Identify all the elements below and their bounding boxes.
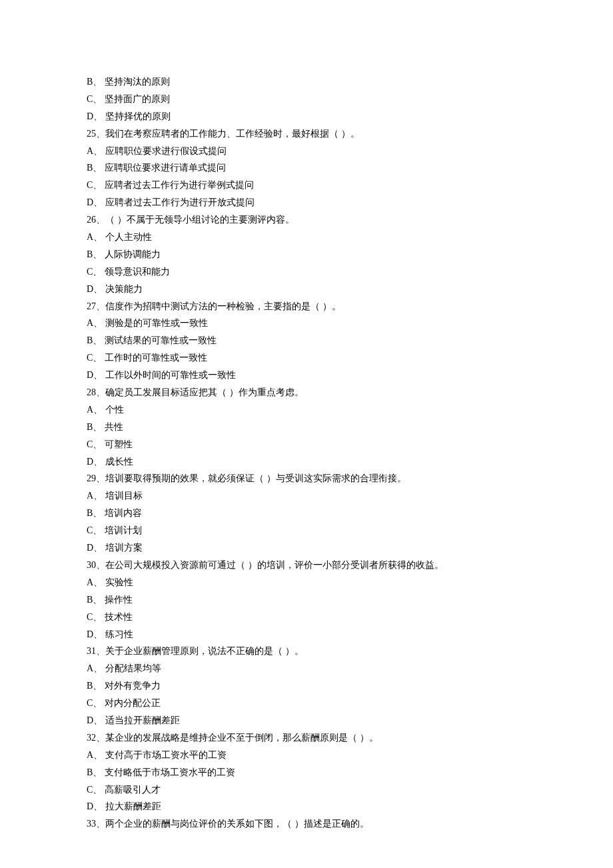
option-text: C、 应聘者过去工作行为进行举例式提问 — [87, 177, 526, 194]
option-text: A、 培训目标 — [87, 487, 526, 505]
option-text: B、 操作性 — [87, 591, 526, 609]
option-text: A、 实验性 — [87, 574, 526, 591]
question-text: 26、（ ）不属于无领导小组讨论的主要测评内容。 — [87, 211, 526, 229]
question-text: 27、信度作为招聘中测试方法的一种检验，主要指的是（ ）。 — [87, 298, 526, 315]
option-text: C、 对内分配公正 — [87, 695, 526, 712]
option-text: B、 对外有竞争力 — [87, 677, 526, 695]
option-text: C、 坚持面广的原则 — [87, 91, 526, 108]
option-text: C、 工作时的可靠性或一致性 — [87, 349, 526, 367]
option-text: D、 培训方案 — [87, 539, 526, 557]
option-text: B、 培训内容 — [87, 505, 526, 522]
option-text: B、 测试结果的可靠性或一致性 — [87, 332, 526, 349]
option-text: D、 拉大薪酬差距 — [87, 798, 526, 815]
option-text: A、 个人主动性 — [87, 229, 526, 246]
option-text: D、 应聘者过去工作行为进行开放式提问 — [87, 194, 526, 211]
option-text: A、 应聘职位要求进行假设式提问 — [87, 143, 526, 160]
option-text: D、 坚持择优的原则 — [87, 108, 526, 125]
option-text: C、 高薪吸引人才 — [87, 781, 526, 799]
option-text: B、 支付略低于市场工资水平的工资 — [87, 764, 526, 781]
option-text: A、 个性 — [87, 401, 526, 419]
option-text: D、 工作以外时间的可靠性或一致性 — [87, 367, 526, 384]
option-text: D、 决策能力 — [87, 281, 526, 298]
question-text: 33、两个企业的薪酬与岗位评价的关系如下图，（ ）描述是正确的。 — [87, 815, 526, 833]
question-text: 32、某企业的发展战略是维持企业不至于倒闭，那么薪酬原则是（ ）。 — [87, 729, 526, 747]
option-text: B、 人际协调能力 — [87, 246, 526, 263]
option-text: C、 领导意识和能力 — [87, 263, 526, 281]
question-text: 31、关于企业薪酬管理原则，说法不正确的是（ ）。 — [87, 643, 526, 660]
option-text: B、 应聘职位要求进行请单式提问 — [87, 159, 526, 177]
question-text: 25、我们在考察应聘者的工作能力、工作经验时，最好根据（ ）。 — [87, 125, 526, 143]
option-text: C、 技术性 — [87, 609, 526, 626]
option-text: D、 适当拉开薪酬差距 — [87, 712, 526, 729]
option-text: B、 坚持淘汰的原则 — [87, 73, 526, 91]
option-text: A、 分配结果均等 — [87, 660, 526, 677]
option-text: C、 可塑性 — [87, 436, 526, 453]
option-text: C、 培训计划 — [87, 522, 526, 539]
question-text: 29、培训要取得预期的效果，就必须保证（ ）与受训这实际需求的合理衔接。 — [87, 470, 526, 487]
question-text: 30、在公司大规模投入资源前可通过（ ）的培训，评价一小部分受训者所获得的收益。 — [87, 557, 526, 574]
option-text: A、 测验是的可靠性或一致性 — [87, 315, 526, 332]
option-text: B、 共性 — [87, 419, 526, 436]
document-page: B、 坚持淘汰的原则 C、 坚持面广的原则 D、 坚持择优的原则 25、我们在考… — [0, 0, 613, 868]
question-text: 28、确定员工发展目标适应把其（ ）作为重点考虑。 — [87, 384, 526, 401]
option-text: D、 成长性 — [87, 453, 526, 471]
option-text: A、 支付高于市场工资水平的工资 — [87, 747, 526, 764]
option-text: D、 练习性 — [87, 626, 526, 643]
